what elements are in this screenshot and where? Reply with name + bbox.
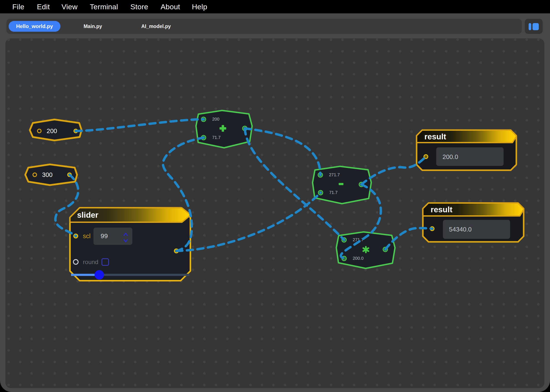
svg-text:slider: slider — [77, 210, 99, 219]
svg-text:200: 200 — [47, 127, 57, 134]
svg-text:200.0: 200.0 — [443, 153, 458, 160]
svg-text:round: round — [83, 259, 99, 265]
svg-text:71.7: 71.7 — [329, 190, 338, 195]
svg-text:scl: scl — [83, 232, 91, 239]
svg-text:99: 99 — [101, 232, 108, 239]
svg-text:271.7: 271.7 — [329, 172, 340, 177]
svg-text:54340.0: 54340.0 — [449, 226, 472, 233]
svg-text:200: 200 — [212, 117, 219, 121]
svg-text:71.7: 71.7 — [212, 135, 221, 140]
svg-text:300: 300 — [42, 171, 52, 178]
svg-text:result: result — [431, 205, 452, 214]
svg-text:200.0: 200.0 — [353, 256, 364, 261]
svg-text:result: result — [424, 132, 446, 141]
